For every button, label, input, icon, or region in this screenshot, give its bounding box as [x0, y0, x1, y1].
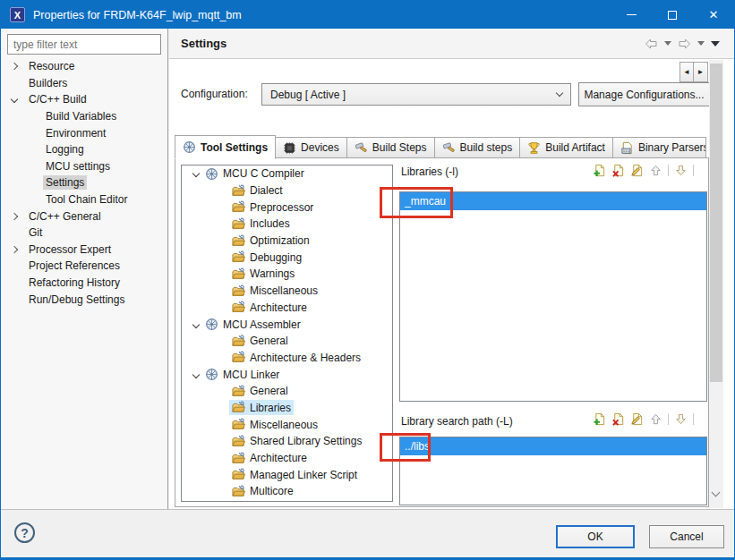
- window-title: Properties for FRDM-K64F_lwip_mqtt_bm: [33, 9, 242, 21]
- chevron-right-icon[interactable]: [8, 64, 21, 69]
- sidebar-item-cpp-build[interactable]: C/C++ Build: [1, 91, 167, 108]
- scrollbar-thumb[interactable]: [710, 64, 722, 382]
- forward-history-dropdown-icon[interactable]: [697, 41, 705, 46]
- tab-scroll-left-button[interactable]: ◄: [679, 62, 694, 82]
- tab-build-steps[interactable]: Build Steps: [347, 137, 435, 158]
- maximize-icon: [668, 11, 677, 20]
- settings-pane: Settings Configuration: Debug [ Active ]…: [169, 29, 734, 509]
- tool-tree-item-managed-linker-script[interactable]: Managed Linker Script: [182, 466, 392, 483]
- move-down-icon[interactable]: [674, 164, 688, 177]
- tool-tree-item-architecture-headers[interactable]: Architecture & Headers: [182, 350, 392, 367]
- page-header: Settings: [169, 29, 734, 59]
- edit-icon[interactable]: [630, 412, 644, 426]
- sidebar-item-resource[interactable]: Resource: [1, 58, 167, 75]
- tab-tool-settings[interactable]: Tool Settings: [175, 135, 276, 159]
- minimize-button[interactable]: [611, 1, 652, 29]
- tool-tree-item-warnings[interactable]: Warnings: [182, 266, 392, 283]
- tool-wheel-icon: [205, 167, 218, 181]
- tool-tree-item-asm-general[interactable]: General: [182, 333, 392, 350]
- search-path-list-item[interactable]: ../libs: [400, 437, 706, 455]
- view-menu-icon[interactable]: [711, 41, 720, 47]
- tool-tree-item-linker-general[interactable]: General: [182, 383, 392, 400]
- tool-tree-item-linker-miscellaneous[interactable]: Miscellaneous: [182, 416, 392, 433]
- chevron-right-icon[interactable]: [8, 214, 21, 219]
- tool-tree-item-multicore[interactable]: Multicore: [182, 483, 392, 500]
- chevron-down-icon[interactable]: [189, 372, 202, 378]
- tool-tree-item-mcu-linker[interactable]: MCU Linker: [182, 366, 392, 383]
- delete-icon[interactable]: [611, 412, 625, 426]
- delete-icon[interactable]: [611, 164, 625, 177]
- ok-button[interactable]: OK: [556, 525, 635, 548]
- edit-icon[interactable]: [630, 164, 644, 177]
- sidebar-item-refactoring-history[interactable]: Refactoring History: [1, 275, 167, 292]
- sidebar-item-tool-chain-editor[interactable]: Tool Chain Editor: [1, 191, 167, 208]
- folder-wrench-icon: [232, 435, 245, 448]
- back-arrow-icon[interactable]: [645, 38, 658, 49]
- sidebar-item-logging[interactable]: Logging: [1, 141, 167, 158]
- tool-tree-item-shared-library-settings[interactable]: Shared Library Settings: [182, 433, 392, 450]
- tool-tree-item-mcu-c-compiler[interactable]: MCU C Compiler: [182, 165, 392, 182]
- sidebar-item-processor-expert[interactable]: Processor Expert: [1, 242, 167, 259]
- tool-tree-item-linker-architecture[interactable]: Architecture: [182, 450, 392, 467]
- tool-tree-item-miscellaneous[interactable]: Miscellaneous: [182, 283, 392, 300]
- sidebar-item-builders[interactable]: Builders: [1, 75, 167, 92]
- cancel-button[interactable]: Cancel: [649, 525, 724, 548]
- dropdown-chevron-icon: [556, 89, 563, 97]
- tab-binary-parsers[interactable]: Binary Parsers: [613, 137, 706, 158]
- tab-scroll-right-button[interactable]: ►: [694, 62, 708, 82]
- folder-wrench-icon: [232, 284, 245, 298]
- chevron-down-icon[interactable]: [189, 171, 202, 176]
- back-history-dropdown-icon[interactable]: [664, 41, 671, 46]
- configuration-dropdown[interactable]: Debug [ Active ]: [261, 83, 571, 106]
- maximize-button[interactable]: [652, 1, 693, 29]
- properties-category-tree: Resource Builders C/C++ Build Build Vari…: [1, 58, 167, 308]
- scrollbar-down-icon[interactable]: [712, 488, 721, 497]
- folder-wrench-icon: [232, 267, 245, 281]
- libraries-section-title: Libraries (-l): [401, 165, 458, 178]
- sidebar-item-run-debug-settings[interactable]: Run/Debug Settings: [1, 291, 167, 308]
- sidebar-item-environment[interactable]: Environment: [1, 124, 167, 141]
- tool-tree-item-includes[interactable]: Includes: [182, 216, 392, 233]
- move-down-icon[interactable]: [674, 412, 688, 426]
- add-icon[interactable]: [593, 412, 606, 426]
- tool-tree-item-dialect[interactable]: Dialect: [182, 182, 392, 199]
- manage-configurations-button[interactable]: Manage Configurations...: [578, 82, 710, 106]
- vertical-scrollbar[interactable]: [709, 60, 723, 508]
- wheel-icon: [183, 140, 196, 154]
- tab-devices[interactable]: Devices: [276, 137, 347, 158]
- dialog-footer: ? OK Cancel: [1, 509, 734, 557]
- sidebar: Resource Builders C/C++ Build Build Vari…: [1, 29, 168, 509]
- tab-build-artifact[interactable]: Build Artifact: [520, 137, 613, 158]
- search-path-list[interactable]: ../libs: [399, 437, 707, 505]
- toolbar-separator: [668, 165, 669, 176]
- libraries-list[interactable]: _mmcau: [399, 191, 707, 402]
- chevron-down-icon[interactable]: [8, 97, 21, 102]
- tool-wheel-icon: [205, 368, 218, 381]
- settings-content: Configuration: Debug [ Active ] Manage C…: [169, 59, 734, 509]
- close-button[interactable]: ✕: [693, 1, 734, 29]
- tool-tree-item-mcu-assembler[interactable]: MCU Assembler: [182, 316, 392, 333]
- configuration-label: Configuration:: [181, 88, 248, 100]
- tool-tree-item-debugging[interactable]: Debugging: [182, 249, 392, 266]
- sidebar-item-cpp-general[interactable]: C/C++ General: [1, 208, 167, 225]
- folder-wrench-icon: [232, 401, 245, 414]
- move-up-icon[interactable]: [649, 164, 662, 177]
- sidebar-item-project-references[interactable]: Project References: [1, 258, 167, 275]
- sidebar-item-settings[interactable]: Settings: [1, 174, 167, 191]
- help-button[interactable]: ?: [14, 522, 35, 543]
- tool-tree-item-libraries[interactable]: Libraries: [182, 400, 392, 417]
- sidebar-item-build-variables[interactable]: Build Variables: [1, 108, 167, 125]
- filter-input[interactable]: [7, 34, 161, 55]
- folder-wrench-icon: [232, 351, 245, 364]
- tool-tree-item-architecture[interactable]: Architecture: [182, 300, 392, 317]
- chevron-down-icon[interactable]: [189, 322, 202, 327]
- move-up-icon[interactable]: [649, 412, 662, 426]
- tab-build-steps-2[interactable]: Build steps: [435, 137, 521, 158]
- forward-arrow-icon[interactable]: [678, 38, 691, 49]
- tool-tree-item-preprocessor[interactable]: Preprocessor: [182, 199, 392, 216]
- sidebar-item-mcu-settings[interactable]: MCU settings: [1, 158, 167, 175]
- tool-tree-item-optimization[interactable]: Optimization: [182, 233, 392, 250]
- sidebar-item-git[interactable]: Git: [1, 225, 167, 242]
- add-icon[interactable]: [593, 164, 606, 177]
- chevron-right-icon[interactable]: [8, 247, 21, 252]
